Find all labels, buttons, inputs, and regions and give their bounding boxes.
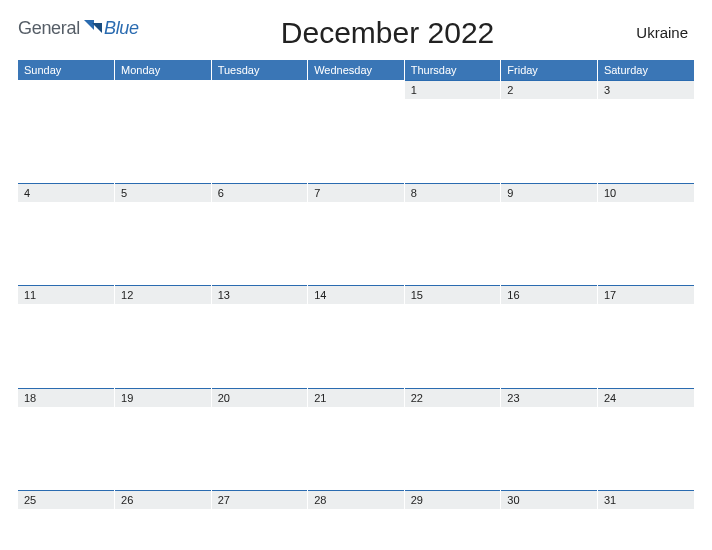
day-cell: 26: [115, 491, 212, 510]
weekday-sunday: Sunday: [18, 60, 115, 81]
weekday-wednesday: Wednesday: [308, 60, 405, 81]
day-cell: 27: [211, 491, 308, 510]
day-cell: [211, 81, 308, 100]
week-1-body: [18, 99, 694, 183]
day-cell: 9: [501, 183, 598, 202]
weekday-saturday: Saturday: [597, 60, 694, 81]
logo-word-blue: Blue: [104, 18, 139, 39]
week-4-numbers: 18 19 20 21 22 23 24: [18, 388, 694, 407]
calendar-title: December 2022: [139, 14, 637, 50]
day-cell: 23: [501, 388, 598, 407]
day-cell: 6: [211, 183, 308, 202]
day-cell: 14: [308, 286, 405, 305]
weekday-monday: Monday: [115, 60, 212, 81]
weekday-friday: Friday: [501, 60, 598, 81]
day-cell: 28: [308, 491, 405, 510]
brand-logo: General Blue: [18, 14, 139, 39]
day-cell: 19: [115, 388, 212, 407]
weekday-tuesday: Tuesday: [211, 60, 308, 81]
day-cell: 1: [404, 81, 501, 100]
weekday-header-row: Sunday Monday Tuesday Wednesday Thursday…: [18, 60, 694, 81]
day-cell: 21: [308, 388, 405, 407]
day-cell: 12: [115, 286, 212, 305]
week-1-numbers: 1 2 3: [18, 81, 694, 100]
week-4-body: [18, 407, 694, 491]
calendar-body: 1 2 3 4 5 6 7 8 9 10 11 12 13 14 15 16 1…: [18, 81, 694, 551]
calendar-header: General Blue December 2022 Ukraine: [18, 14, 694, 50]
day-cell: 24: [597, 388, 694, 407]
region-label: Ukraine: [636, 14, 694, 41]
day-cell: 2: [501, 81, 598, 100]
day-cell: 11: [18, 286, 115, 305]
day-cell: 29: [404, 491, 501, 510]
day-cell: 25: [18, 491, 115, 510]
week-3-numbers: 11 12 13 14 15 16 17: [18, 286, 694, 305]
day-cell: 31: [597, 491, 694, 510]
day-cell: 5: [115, 183, 212, 202]
day-cell: 13: [211, 286, 308, 305]
day-cell: 3: [597, 81, 694, 100]
weekday-thursday: Thursday: [404, 60, 501, 81]
logo-word-general: General: [18, 18, 80, 39]
svg-marker-0: [84, 20, 94, 30]
day-cell: 17: [597, 286, 694, 305]
week-5-body: [18, 509, 694, 550]
day-cell: 15: [404, 286, 501, 305]
week-2-body: [18, 202, 694, 286]
day-cell: [115, 81, 212, 100]
week-5-numbers: 25 26 27 28 29 30 31: [18, 491, 694, 510]
day-cell: 18: [18, 388, 115, 407]
day-cell: 16: [501, 286, 598, 305]
day-cell: 10: [597, 183, 694, 202]
day-cell: 7: [308, 183, 405, 202]
day-cell: 30: [501, 491, 598, 510]
day-cell: 4: [18, 183, 115, 202]
logo-triangles-icon: [84, 20, 102, 38]
week-3-body: [18, 304, 694, 388]
day-cell: [18, 81, 115, 100]
day-cell: 8: [404, 183, 501, 202]
day-cell: 22: [404, 388, 501, 407]
day-cell: [308, 81, 405, 100]
calendar-grid: Sunday Monday Tuesday Wednesday Thursday…: [18, 60, 694, 550]
day-cell: 20: [211, 388, 308, 407]
week-2-numbers: 4 5 6 7 8 9 10: [18, 183, 694, 202]
